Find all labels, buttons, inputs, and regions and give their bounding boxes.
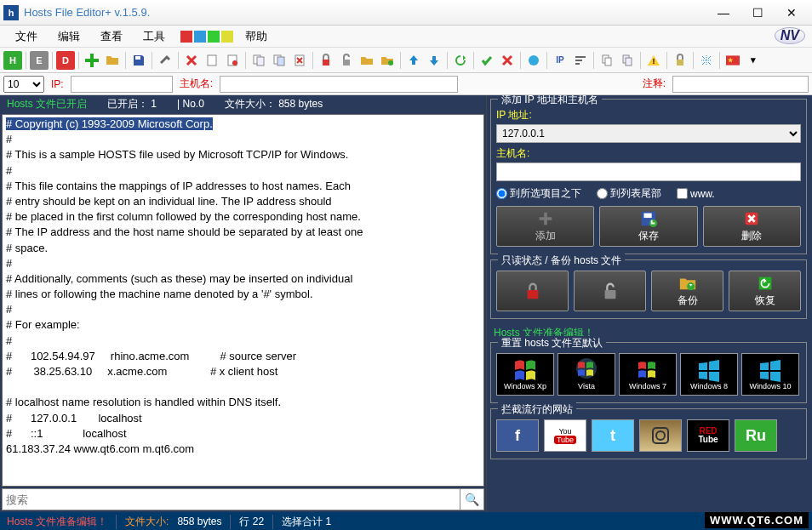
facebook-button[interactable]: f xyxy=(496,419,539,452)
radio-below[interactable]: 到所选项目之下 xyxy=(496,186,581,201)
delete-button[interactable]: 删除 xyxy=(703,206,801,247)
svg-rect-30 xyxy=(527,290,538,299)
save-icon[interactable] xyxy=(129,51,148,70)
radio-end[interactable]: 到列表尾部 xyxy=(597,186,661,201)
copy2-icon[interactable] xyxy=(270,51,289,70)
menu-tools[interactable]: 工具 xyxy=(134,27,174,46)
svg-rect-1 xyxy=(208,55,216,66)
svg-rect-17 xyxy=(575,63,580,65)
clear-icon[interactable] xyxy=(290,51,309,70)
toolbar: H E D IP ! ★ ▾ xyxy=(0,48,812,73)
check-www[interactable]: www. xyxy=(677,188,715,200)
twitter-button[interactable]: t xyxy=(592,419,634,452)
close-button[interactable]: ✕ xyxy=(775,3,809,22)
search-button[interactable]: 🔍 xyxy=(460,488,484,510)
os-win7-button[interactable]: Windows 7 xyxy=(619,353,677,396)
ip-select[interactable]: 127.0.0.1 xyxy=(496,124,801,143)
os-win10-button[interactable]: Windows 10 xyxy=(741,353,799,396)
save-button[interactable]: 保存 xyxy=(599,206,697,247)
svg-point-36 xyxy=(656,431,665,440)
redtube-button[interactable]: REDTube xyxy=(687,419,729,452)
os-win8-button[interactable]: Windows 8 xyxy=(680,353,738,396)
svg-rect-23 xyxy=(677,60,683,66)
ip-field-label: IP 地址: xyxy=(496,108,801,123)
os-xp-button[interactable]: Windows Xp xyxy=(496,353,554,396)
window-title: Hosts File Editor+ v.1.5.9. xyxy=(24,6,706,19)
host-label: 主机名: xyxy=(180,77,213,91)
lock-gray-button[interactable] xyxy=(574,271,646,311)
add-button[interactable]: 添加 xyxy=(496,206,594,247)
bottom-line: 行 22 xyxy=(230,515,264,529)
lock-red-button[interactable] xyxy=(496,271,569,311)
flag-icon[interactable]: ★ xyxy=(723,51,742,70)
host-filter-input[interactable] xyxy=(220,76,458,93)
svg-rect-21 xyxy=(626,58,632,66)
copy4-icon[interactable] xyxy=(618,51,637,70)
warn-icon[interactable]: ! xyxy=(644,51,663,70)
ip-icon[interactable]: IP xyxy=(551,51,569,70)
copy1-icon[interactable] xyxy=(249,51,268,70)
tools-icon[interactable] xyxy=(156,51,174,70)
network-icon[interactable] xyxy=(524,51,543,70)
add-icon[interactable] xyxy=(83,51,101,70)
folder-icon[interactable] xyxy=(103,51,122,70)
svg-rect-35 xyxy=(653,428,668,443)
status-enabled: 已开启： 1 xyxy=(107,97,157,111)
menu-flags[interactable] xyxy=(180,31,233,43)
remark-label: 注释: xyxy=(643,77,666,91)
ip-label: IP: xyxy=(51,78,64,90)
lock-off-icon[interactable] xyxy=(337,51,356,70)
svg-rect-0 xyxy=(135,56,140,60)
tool-d-button[interactable]: D xyxy=(56,51,75,70)
svg-text:!: ! xyxy=(653,57,655,66)
svg-rect-15 xyxy=(575,56,586,58)
remark-filter-input[interactable] xyxy=(672,76,809,93)
os-vista-button[interactable]: Vista xyxy=(558,353,615,396)
refresh-icon[interactable] xyxy=(451,51,470,70)
expand-icon[interactable] xyxy=(697,51,716,70)
bottom-size-label: 文件大小: xyxy=(125,516,169,527)
nv-logo: NV xyxy=(775,27,805,44)
instagram-button[interactable] xyxy=(639,419,682,452)
svg-rect-5 xyxy=(257,57,264,66)
check-icon[interactable] xyxy=(477,51,496,70)
readonly-panel-title: 只读状态 / 备份 hosts 文件 xyxy=(498,254,625,268)
down-icon[interactable] xyxy=(425,51,443,70)
rutracker-button[interactable]: Ru xyxy=(735,419,777,452)
doc1-icon[interactable] xyxy=(203,51,221,70)
svg-point-11 xyxy=(388,60,393,66)
ip-filter-input[interactable] xyxy=(71,76,173,93)
svg-rect-19 xyxy=(605,58,611,66)
restore-button[interactable]: 恢复 xyxy=(729,271,801,311)
lock-on-icon[interactable] xyxy=(317,51,335,70)
doc2-icon[interactable] xyxy=(223,51,242,70)
fold1-icon[interactable] xyxy=(357,51,376,70)
fold2-icon[interactable] xyxy=(378,51,397,70)
menu-view[interactable]: 查看 xyxy=(92,27,131,46)
dropdown-icon[interactable]: ▾ xyxy=(744,51,763,70)
host-input[interactable] xyxy=(496,162,801,181)
svg-rect-9 xyxy=(323,60,329,66)
menu-help[interactable]: 帮助 xyxy=(237,27,276,46)
tool-h-button[interactable]: H xyxy=(3,51,22,70)
backup-button[interactable]: 备份 xyxy=(651,271,723,311)
lock2-icon[interactable] xyxy=(671,51,689,70)
maximize-button[interactable]: ☐ xyxy=(741,3,775,22)
search-input[interactable] xyxy=(2,488,460,510)
delete-icon[interactable] xyxy=(182,51,201,70)
youtube-button[interactable]: YouTube xyxy=(544,419,586,452)
sort-icon[interactable] xyxy=(571,51,590,70)
app-icon: h xyxy=(3,5,19,20)
svg-rect-12 xyxy=(412,60,415,65)
copy3-icon[interactable] xyxy=(598,51,616,70)
svg-text:★: ★ xyxy=(727,56,734,64)
menu-edit[interactable]: 编辑 xyxy=(49,27,89,46)
menu-file[interactable]: 文件 xyxy=(7,27,46,46)
minimize-button[interactable]: — xyxy=(706,3,741,22)
hosts-editor[interactable]: # Copyright (c) 1993-2009 Microsoft Corp… xyxy=(2,114,484,487)
tool-e-button[interactable]: E xyxy=(30,51,49,70)
count-select[interactable]: 10 xyxy=(3,76,44,93)
up-icon[interactable] xyxy=(404,51,423,70)
x-icon[interactable] xyxy=(498,51,517,70)
status-size: 文件大小： 858 bytes xyxy=(225,97,323,111)
